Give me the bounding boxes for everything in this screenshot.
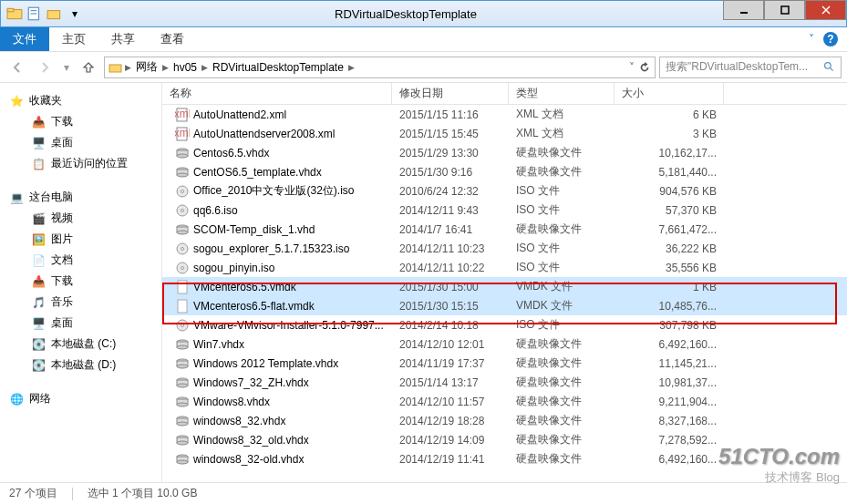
file-row[interactable]: xmlAutoUnattendserver2008.xml2015/1/15 1… xyxy=(162,124,847,143)
status-count: 27 个项目 xyxy=(9,486,57,501)
file-row[interactable]: sogou_pinyin.iso2014/12/11 10:22ISO 文件35… xyxy=(162,258,847,277)
file-name: Windows 2012 Template.vhdx xyxy=(193,357,338,370)
tab-home[interactable]: 主页 xyxy=(49,27,98,51)
file-row[interactable]: windows8_32-old.vhdx2014/12/19 11:41硬盘映像… xyxy=(162,449,847,468)
file-size: 10,162,17... xyxy=(615,147,724,159)
history-dropdown[interactable]: ▾ xyxy=(60,56,73,79)
chevron-right-icon[interactable]: ▶ xyxy=(125,63,131,72)
breadcrumb-box[interactable]: ▶ 网络 ▶ hv05 ▶ RDVirtualDesktopTemplate ▶… xyxy=(104,57,656,78)
download-icon: 📥 xyxy=(31,115,46,129)
ribbon-expand-icon[interactable]: ˅ xyxy=(809,33,814,46)
refresh-icon[interactable] xyxy=(638,61,651,74)
file-type: 硬盘映像文件 xyxy=(509,145,615,160)
file-type-icon xyxy=(175,395,190,409)
new-folder-icon[interactable] xyxy=(46,5,63,22)
file-type: VMDK 文件 xyxy=(509,279,615,294)
svg-point-40 xyxy=(177,345,188,349)
nav-music[interactable]: 🎵音乐 xyxy=(0,292,161,313)
tab-view[interactable]: 查看 xyxy=(148,27,197,51)
nav-diskd[interactable]: 💽本地磁盘 (D:) xyxy=(0,355,161,375)
properties-icon[interactable] xyxy=(26,5,43,22)
document-icon: 📄 xyxy=(31,253,46,268)
file-row[interactable]: VMcenteros6.5-flat.vmdk2015/1/30 15:15VM… xyxy=(162,296,847,315)
nav-videos[interactable]: 🎬视频 xyxy=(0,208,161,229)
file-type: VMDK 文件 xyxy=(509,298,615,314)
file-row[interactable]: windows8_32.vhdx2014/12/19 18:28硬盘映像文件8,… xyxy=(162,411,847,430)
col-size[interactable]: 大小 xyxy=(615,83,724,104)
file-row[interactable]: xmlAutoUnattend2.xml2015/1/15 11:16XML 文… xyxy=(162,105,847,124)
search-icon[interactable] xyxy=(823,61,835,73)
file-row[interactable]: Windows7_32_ZH.vhdx2015/1/14 13:17硬盘映像文件… xyxy=(162,373,847,392)
file-name: Win7.vhdx xyxy=(193,338,244,351)
file-row[interactable]: Office_2010中文专业版(32位).iso2010/6/24 12:32… xyxy=(162,181,847,201)
picture-icon: 🖼️ xyxy=(31,232,46,247)
qat-dropdown-icon[interactable]: ▾ xyxy=(67,5,83,22)
file-date: 2014/12/10 12:01 xyxy=(392,338,509,351)
file-date: 2014/12/19 11:41 xyxy=(392,453,509,466)
file-date: 2014/12/19 14:09 xyxy=(392,434,509,447)
file-row[interactable]: VMcenteros6.5.vmdk2015/1/30 15:00VMDK 文件… xyxy=(162,277,847,296)
help-icon[interactable]: ? xyxy=(823,32,838,46)
file-size: 57,370 KB xyxy=(615,204,724,217)
file-size: 3 KB xyxy=(615,128,724,140)
svg-point-29 xyxy=(177,231,188,234)
svg-point-58 xyxy=(177,460,188,464)
col-name[interactable]: 名称 xyxy=(162,83,392,104)
nav-recent[interactable]: 📋最近访问的位置 xyxy=(0,153,161,174)
file-type-icon xyxy=(175,452,190,467)
file-row[interactable]: Windows8_32_old.vhdx2014/12/19 14:09硬盘映像… xyxy=(162,430,847,449)
nav-diskc[interactable]: 💽本地磁盘 (C:) xyxy=(0,334,161,355)
file-type: 硬盘映像文件 xyxy=(509,451,615,467)
file-row[interactable]: qq6.6.iso2014/12/11 9:43ISO 文件57,370 KB xyxy=(162,201,847,220)
file-type-icon xyxy=(175,414,190,428)
close-button[interactable] xyxy=(805,0,846,20)
file-type: 硬盘映像文件 xyxy=(509,221,615,237)
file-type-icon xyxy=(175,165,190,180)
nav-pictures[interactable]: 🖼️图片 xyxy=(0,229,161,250)
nav-downloads[interactable]: 📥下载 xyxy=(0,111,161,132)
file-row[interactable]: VMware-VMvisor-Installer-5.1.0-7997...20… xyxy=(162,315,847,334)
maximize-button[interactable] xyxy=(764,0,805,20)
file-date: 2014/12/19 18:28 xyxy=(392,415,509,427)
file-type: XML 文档 xyxy=(509,107,615,122)
nav-documents[interactable]: 📄文档 xyxy=(0,250,161,271)
svg-rect-1 xyxy=(7,8,14,11)
tab-share[interactable]: 共享 xyxy=(98,27,148,51)
svg-point-24 xyxy=(181,190,184,192)
svg-line-12 xyxy=(830,67,832,70)
nav-network[interactable]: 🌐网络 xyxy=(0,388,161,409)
svg-rect-7 xyxy=(781,6,789,14)
col-date[interactable]: 修改日期 xyxy=(392,83,509,104)
crumb-host[interactable]: hv05 xyxy=(170,59,200,76)
tab-file[interactable]: 文件 xyxy=(0,27,49,51)
window-title: RDVirtualDesktopTemplate xyxy=(88,7,723,21)
folder-icon xyxy=(108,60,123,75)
file-row[interactable]: Centos6.5.vhdx2015/1/29 13:30硬盘映像文件10,16… xyxy=(162,143,847,162)
file-row[interactable]: Windows8.vhdx2014/12/10 11:57硬盘映像文件9,211… xyxy=(162,392,847,411)
svg-rect-34 xyxy=(178,281,187,293)
minimize-button[interactable] xyxy=(723,0,764,20)
up-button[interactable] xyxy=(77,56,100,79)
back-button[interactable] xyxy=(5,56,29,79)
file-size: 5,181,440... xyxy=(615,166,724,179)
search-input[interactable]: 搜索"RDVirtualDesktopTem... xyxy=(659,57,842,78)
crumb-folder[interactable]: RDVirtualDesktopTemplate xyxy=(210,59,346,76)
nav-desktop2[interactable]: 🖥️桌面 xyxy=(0,313,161,334)
file-row[interactable]: sogou_explorer_5.1.7.15323.iso2014/12/11… xyxy=(162,239,847,258)
file-row[interactable]: Windows 2012 Template.vhdx2014/11/19 17:… xyxy=(162,354,847,373)
nav-thispc[interactable]: 💻这台电脑 xyxy=(0,187,161,208)
file-row[interactable]: CentOS6.5_template.vhdx2015/1/30 9:16硬盘映… xyxy=(162,162,847,181)
chevron-right-icon[interactable]: ▶ xyxy=(162,63,169,72)
col-type[interactable]: 类型 xyxy=(509,83,615,104)
nav-desktop[interactable]: 🖥️桌面 xyxy=(0,132,161,153)
file-type: ISO 文件 xyxy=(509,317,615,333)
chevron-right-icon[interactable]: ▶ xyxy=(348,63,355,72)
forward-button[interactable] xyxy=(33,56,57,79)
chevron-right-icon[interactable]: ▶ xyxy=(201,63,208,72)
addr-dropdown-icon[interactable]: ˅ xyxy=(629,61,635,74)
nav-favorites[interactable]: ⭐收藏夹 xyxy=(0,90,161,111)
nav-downloads2[interactable]: 📥下载 xyxy=(0,271,161,292)
crumb-network[interactable]: 网络 xyxy=(133,57,160,77)
file-row[interactable]: SCOM-Temp_disk_1.vhd2014/1/7 16:41硬盘映像文件… xyxy=(162,220,847,239)
file-row[interactable]: Win7.vhdx2014/12/10 12:01硬盘映像文件6,492,160… xyxy=(162,334,847,354)
